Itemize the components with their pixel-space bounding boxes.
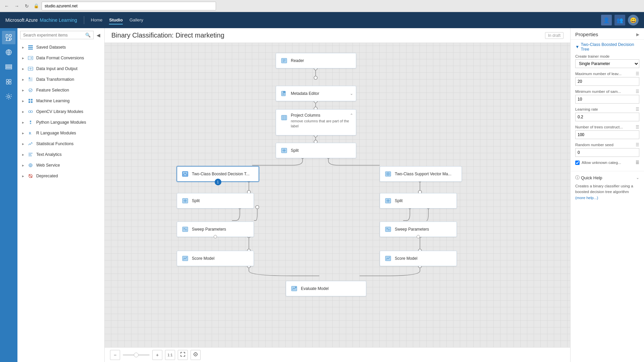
nav-gallery[interactable]: Gallery — [129, 16, 143, 24]
quick-help-header[interactable]: ⓘ Quick Help ⌄ — [575, 175, 639, 181]
random-seed-input[interactable] — [575, 148, 639, 157]
project-columns-icon — [280, 114, 288, 122]
settings-icon-random-seed[interactable]: ☰ — [636, 142, 639, 147]
sidebar-item-statistical[interactable]: ► Statistical Functions — [17, 138, 104, 149]
project-columns-subtitle: remove columns that are part of the labe… — [291, 119, 352, 129]
node-split-center[interactable]: Split — [276, 143, 356, 158]
user-avatar-2[interactable]: 👥 — [614, 15, 625, 25]
prop-label-text: Maximum number of leav... — [575, 72, 622, 76]
sidebar-item-saved-datasets[interactable]: ► Saved Datasets — [17, 42, 104, 53]
svg-rect-1 — [9, 35, 11, 37]
sidebar-icon-datasets[interactable] — [2, 60, 15, 74]
search-input[interactable] — [23, 33, 84, 38]
sidebar-icon-experiments[interactable] — [2, 31, 15, 44]
sidebar-item-text-analytics[interactable]: ► Text Analytics — [17, 149, 104, 160]
sidebar-item-data-input[interactable]: ► Data Input and Output — [17, 63, 104, 74]
node-sweep-left[interactable]: Sweep Parameters — [177, 222, 254, 237]
node-metadata[interactable]: Metadata Editor ⌄ — [276, 86, 356, 101]
node-svm[interactable]: Two-Class Support Vector Ma... — [380, 166, 462, 182]
opencv-icon — [28, 109, 34, 115]
arrow-icon: ► — [21, 56, 25, 60]
user-avatar-1[interactable]: 👤 — [601, 15, 612, 25]
sidebar-item-machine-learning[interactable]: ► Machine Learning — [17, 96, 104, 106]
quick-help-link[interactable]: (more help...) — [575, 196, 598, 200]
sidebar-item-r-lang[interactable]: ► R R Language Modules — [17, 128, 104, 138]
allow-unknown-row: Allow unknown categ... ☰ — [575, 160, 639, 165]
node-evaluate[interactable]: Evaluate Model — [286, 281, 366, 296]
node-project-columns[interactable]: Project Columns remove columns that are … — [276, 109, 356, 135]
prop-label-text: Number of trees construct... — [575, 125, 623, 129]
svg-point-23 — [29, 111, 31, 113]
nav-studio[interactable]: Studio — [109, 16, 122, 24]
sidebar-item-feature-selection[interactable]: ► Feature Selection — [17, 85, 104, 96]
metadata-expand[interactable]: ⌄ — [350, 91, 353, 96]
max-leaves-input[interactable] — [575, 77, 639, 86]
settings-icon-allow-unknown[interactable]: ☰ — [636, 160, 639, 165]
sidebar-item-data-transform[interactable]: ► Data Transformation — [17, 74, 104, 85]
trainer-mode-select[interactable]: Single Parameter Parameter Range — [575, 59, 639, 68]
node-split-left[interactable]: Split — [177, 193, 254, 208]
node-split-right[interactable]: Split — [380, 193, 457, 208]
arrow-icon: ► — [21, 131, 25, 135]
svg-rect-7 — [6, 79, 8, 81]
split-left-icon — [181, 197, 189, 205]
node-boosted-tree[interactable]: Two-Class Boosted Decision T... 1 — [177, 166, 259, 182]
fit-button[interactable] — [178, 350, 188, 360]
sidebar-label-machine-learning: Machine Learning — [36, 99, 100, 103]
zoom-in-button[interactable]: + — [152, 350, 162, 360]
sidebar-icon-settings[interactable] — [2, 90, 15, 103]
sidebar-item-web-service[interactable]: ► Web Service — [17, 160, 104, 171]
learning-rate-input[interactable] — [575, 113, 639, 121]
arrow-icon: ► — [21, 153, 25, 157]
sidebar-item-python[interactable]: ► Python Language Modules — [17, 117, 104, 128]
settings-icon-min-samples[interactable]: ☰ — [636, 89, 639, 94]
section-title[interactable]: ▼ Two-Class Boosted Decision Tree — [575, 42, 639, 52]
search-wrap[interactable]: 🔍 — [20, 31, 94, 39]
refresh-button[interactable]: ↻ — [23, 2, 31, 10]
center-icon — [193, 352, 198, 358]
collapse-button[interactable]: ◀ — [95, 32, 102, 39]
zoom-reset-icon: 1:1 — [167, 353, 172, 357]
arrow-icon: ► — [21, 110, 25, 114]
sidebar-item-deprecated[interactable]: ► Deprecated — [17, 171, 104, 181]
prop-group-max-leaves: Maximum number of leav... ☰ — [575, 71, 639, 86]
sidebar-item-data-format[interactable]: ► Data Format Conversions — [17, 53, 104, 63]
node-score-left[interactable]: Score Model — [177, 251, 254, 266]
min-samples-input[interactable] — [575, 95, 639, 104]
user-avatar-3[interactable]: 😀 — [628, 15, 639, 25]
zoom-handle[interactable] — [134, 353, 139, 357]
node-sweep-right[interactable]: Sweep Parameters — [380, 222, 457, 237]
project-columns-collapse[interactable]: ⌃ — [350, 113, 353, 118]
center-button[interactable] — [191, 350, 201, 360]
zoom-slider[interactable] — [123, 354, 150, 356]
num-trees-input[interactable] — [575, 130, 639, 139]
node-score-right[interactable]: Score Model — [380, 251, 457, 266]
settings-icon-num-trees[interactable]: ☰ — [636, 125, 639, 129]
prop-group-learning-rate: Learning rate ☰ — [575, 107, 639, 121]
zoom-out-button[interactable]: − — [110, 350, 120, 360]
diagram-canvas[interactable]: Reader Metadata Editor ⌄ — [105, 43, 570, 347]
microsoft-label: Microsoft Azure — [5, 17, 38, 23]
nav-home[interactable]: Home — [91, 16, 103, 24]
properties-collapse-button[interactable]: ▶ — [636, 32, 639, 37]
node-reader[interactable]: Reader — [276, 53, 356, 68]
help-info-icon: ⓘ — [575, 175, 580, 181]
sidebar-icon-globe[interactable] — [2, 46, 15, 59]
address-bar[interactable] — [42, 2, 216, 10]
back-button[interactable]: ← — [3, 2, 11, 10]
prop-label-random-seed: Random number seed ☰ — [575, 142, 639, 147]
score-left-icon — [181, 254, 189, 262]
quick-help-expand-icon[interactable]: ⌄ — [636, 175, 639, 180]
forward-button[interactable]: → — [13, 2, 21, 10]
svg-rect-14 — [28, 49, 33, 50]
prop-label-learning-rate: Learning rate ☰ — [575, 107, 639, 112]
allow-unknown-checkbox[interactable] — [575, 161, 580, 165]
settings-icon-max-leaves[interactable]: ☰ — [636, 71, 639, 76]
sidebar-icon-models[interactable] — [2, 75, 15, 88]
svg-rect-12 — [28, 45, 33, 46]
sidebar-item-opencv[interactable]: ► OpenCV Library Modules — [17, 106, 104, 117]
browser-bar: ← → ↻ 🔒 — [0, 0, 644, 12]
settings-icon-learning-rate[interactable]: ☰ — [636, 107, 639, 112]
zoom-reset-button[interactable]: 1:1 — [165, 350, 175, 360]
sidebar-icons — [0, 28, 17, 362]
